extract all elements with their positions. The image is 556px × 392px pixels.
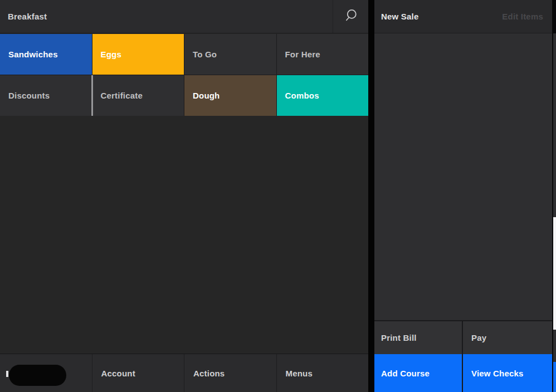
grid-empty-area bbox=[0, 116, 368, 354]
bottom-nav-actions[interactable]: Actions bbox=[184, 354, 276, 392]
screen-edge-artifact bbox=[553, 0, 556, 392]
tile-dough[interactable]: Dough bbox=[184, 75, 276, 116]
edge-segment bbox=[553, 330, 556, 362]
search-button[interactable] bbox=[333, 0, 368, 33]
item-grid-panel: Breakfast Sandwiches Eggs To Go bbox=[0, 0, 368, 392]
view-checks-button[interactable]: View Checks bbox=[462, 354, 551, 392]
edge-segment bbox=[553, 33, 556, 217]
bottom-nav-label: Menus bbox=[286, 369, 313, 378]
edit-items-button[interactable]: Edit Items bbox=[502, 12, 543, 21]
cart-empty-area bbox=[374, 34, 552, 319]
print-bill-label: Print Bill bbox=[381, 333, 417, 342]
sale-action-row: Print Bill Pay bbox=[374, 320, 552, 354]
tile-label: Discounts bbox=[8, 91, 50, 100]
sale-panel: New Sale Edit Items Print Bill Pay Add C… bbox=[374, 0, 552, 392]
bottom-nav: Account Actions Menus bbox=[0, 354, 368, 392]
tile-eggs[interactable]: Eggs bbox=[92, 34, 184, 75]
bottom-nav-label: Actions bbox=[193, 369, 225, 378]
pay-label: Pay bbox=[471, 333, 486, 342]
edge-segment bbox=[553, 217, 556, 330]
print-bill-button[interactable]: Print Bill bbox=[374, 321, 462, 354]
tile-label: Sandwiches bbox=[8, 50, 58, 59]
tile-for-here[interactable]: For Here bbox=[277, 34, 369, 75]
panel-divider bbox=[368, 0, 374, 392]
edge-segment bbox=[553, 362, 556, 392]
bottom-nav-label: Account bbox=[101, 369, 135, 378]
category-grid: Sandwiches Eggs To Go For Here Discounts… bbox=[0, 34, 368, 116]
sale-primary-row: Add Course View Checks bbox=[374, 354, 552, 392]
bottom-nav-account[interactable]: Account bbox=[92, 354, 184, 392]
bottom-nav-profile[interactable] bbox=[0, 354, 92, 392]
search-icon bbox=[344, 8, 358, 25]
edge-segment bbox=[553, 0, 556, 33]
redaction-pill bbox=[9, 365, 66, 386]
category-header: Breakfast bbox=[0, 0, 368, 33]
sale-title: New Sale bbox=[381, 12, 418, 21]
tile-combos[interactable]: Combos bbox=[277, 75, 369, 116]
tile-sandwiches[interactable]: Sandwiches bbox=[0, 34, 92, 75]
category-title: Breakfast bbox=[0, 12, 47, 21]
tile-certificate[interactable]: Certificate bbox=[92, 75, 184, 116]
tile-label: Combos bbox=[285, 91, 319, 100]
tile-label: Certificate bbox=[101, 91, 143, 100]
tile-label: To Go bbox=[193, 50, 217, 59]
sale-header: New Sale Edit Items bbox=[374, 0, 552, 33]
pay-button[interactable]: Pay bbox=[462, 321, 551, 354]
tile-discounts[interactable]: Discounts bbox=[0, 75, 92, 116]
tile-label: Eggs bbox=[101, 50, 121, 59]
view-checks-label: View Checks bbox=[471, 369, 524, 378]
tile-to-go[interactable]: To Go bbox=[184, 34, 276, 75]
bottom-nav-menus[interactable]: Menus bbox=[276, 354, 369, 392]
redacted-text-edge bbox=[6, 371, 8, 377]
add-course-label: Add Course bbox=[381, 369, 430, 378]
tile-label: Dough bbox=[193, 91, 220, 100]
tile-label: For Here bbox=[285, 50, 320, 59]
pos-app: Breakfast Sandwiches Eggs To Go bbox=[0, 0, 556, 392]
add-course-button[interactable]: Add Course bbox=[374, 354, 462, 392]
